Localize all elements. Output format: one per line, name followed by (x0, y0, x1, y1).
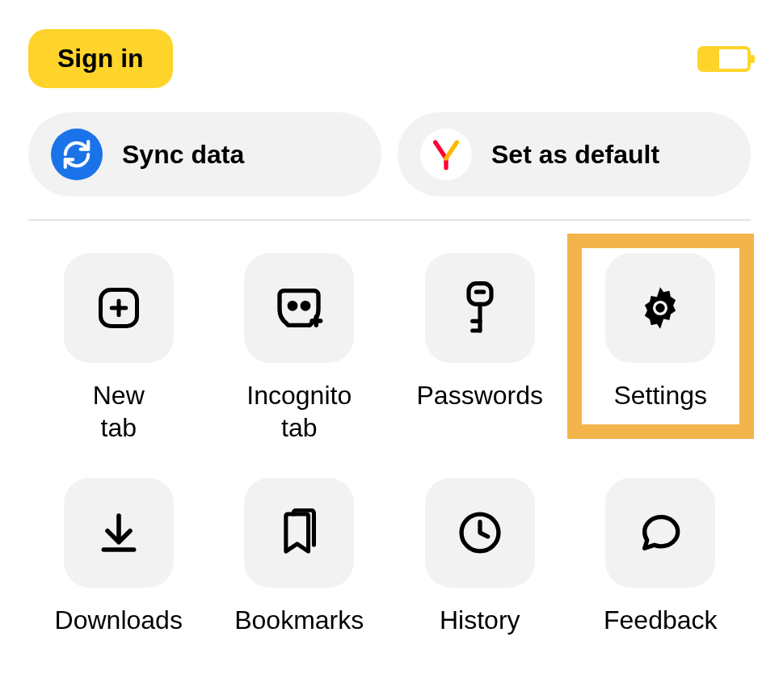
incognito-tab-tile[interactable]: Incognitotab (209, 253, 390, 444)
clock-icon (425, 478, 535, 588)
set-default-button[interactable]: Set as default (398, 112, 751, 196)
key-icon (425, 253, 535, 363)
battery-icon (697, 46, 751, 72)
passwords-tile[interactable]: Passwords (390, 253, 571, 444)
download-icon (64, 478, 174, 588)
battery-fill (701, 49, 719, 69)
sync-label: Sync data (122, 140, 244, 170)
new-tab-tile[interactable]: Newtab (28, 253, 209, 444)
feedback-tile[interactable]: Feedback (571, 478, 752, 636)
gear-icon (605, 253, 715, 363)
history-label: History (440, 604, 520, 636)
bookmark-icon (244, 478, 354, 588)
downloads-label: Downloads (55, 604, 183, 636)
bookmarks-label: Bookmarks (234, 604, 364, 636)
feedback-label: Feedback (604, 604, 718, 636)
settings-tile[interactable]: Settings (571, 253, 752, 444)
downloads-tile[interactable]: Downloads (28, 478, 209, 636)
plus-icon (64, 253, 174, 363)
svg-point-3 (290, 303, 296, 309)
new-tab-label: Newtab (93, 379, 145, 444)
incognito-tab-label: Incognitotab (246, 379, 352, 444)
signin-button[interactable]: Sign in (28, 29, 173, 88)
settings-label: Settings (613, 379, 707, 411)
speech-bubble-icon (605, 478, 715, 588)
passwords-label: Passwords (417, 379, 544, 411)
incognito-icon (244, 253, 354, 363)
set-default-label: Set as default (491, 140, 659, 170)
sync-data-button[interactable]: Sync data (28, 112, 381, 196)
menu-grid: Newtab Incognitotab Passwords (28, 243, 751, 636)
svg-point-4 (303, 303, 309, 309)
history-tile[interactable]: History (390, 478, 571, 636)
bookmarks-tile[interactable]: Bookmarks (209, 478, 390, 636)
sync-icon (51, 129, 103, 180)
divider (28, 219, 751, 221)
yandex-logo-icon (420, 129, 472, 180)
